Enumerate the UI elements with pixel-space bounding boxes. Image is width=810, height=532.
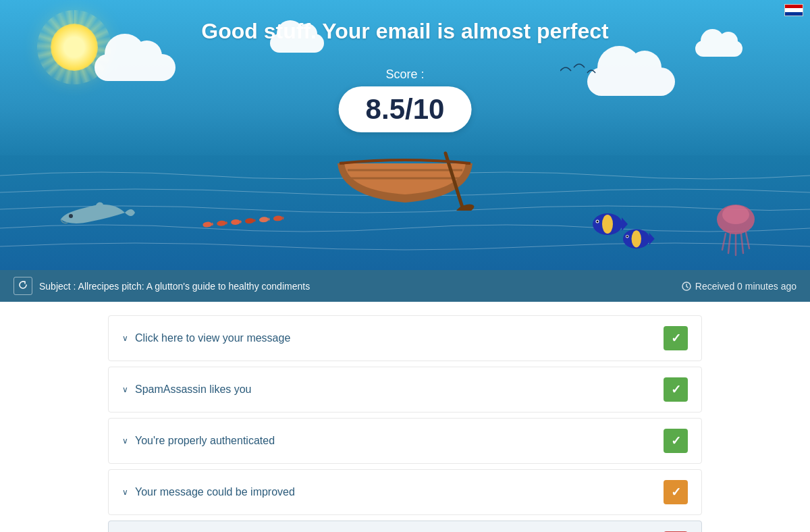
main-content: ∨ Click here to view your message ✓ ∨ Sp… — [0, 302, 810, 532]
result-row-label: ∨ SpamAssassin likes you — [122, 383, 252, 396]
svg-point-19 — [632, 230, 641, 247]
result-row-spam-assassin[interactable]: ∨ SpamAssassin likes you ✓ — [108, 367, 702, 413]
svg-marker-12 — [283, 216, 285, 220]
result-row-authenticated[interactable]: ∨ You're properly authenticated ✓ — [108, 418, 702, 464]
svg-point-9 — [259, 217, 269, 223]
chevron-icon: ∨ — [122, 385, 128, 394]
svg-point-14 — [602, 215, 613, 234]
result-row-blacklists[interactable]: › You're listed in 3 blacklists -1.5 — [108, 521, 702, 532]
svg-point-1 — [202, 221, 213, 228]
received-text: Received 0 minutes ago — [695, 281, 796, 292]
result-row-label: ∨ Your message could be improved — [122, 486, 295, 498]
svg-point-0 — [69, 214, 73, 218]
jellyfish — [716, 203, 756, 257]
subject-right: Received 0 minutes ago — [682, 281, 796, 292]
tropical-fish-2 — [621, 225, 655, 250]
svg-point-7 — [245, 218, 255, 224]
result-badge: ✓ — [664, 480, 688, 504]
svg-point-3 — [217, 220, 227, 226]
result-row-view-message[interactable]: ∨ Click here to view your message ✓ — [108, 315, 702, 361]
subject-left: Subject : Allrecipes pitch: A glutton's … — [14, 277, 310, 295]
boat — [327, 103, 483, 211]
svg-marker-10 — [269, 217, 271, 221]
result-badge: ✓ — [664, 377, 688, 402]
result-label: You're properly authenticated — [135, 435, 275, 447]
svg-point-22 — [626, 236, 628, 238]
result-label: Your message could be improved — [135, 486, 295, 498]
result-label: Click here to view your message — [135, 332, 290, 344]
results-list: ∨ Click here to view your message ✓ ∨ Sp… — [108, 315, 702, 532]
svg-point-11 — [273, 215, 284, 221]
chevron-icon: ∨ — [122, 334, 128, 343]
subject-bar: Subject : Allrecipes pitch: A glutton's … — [0, 270, 810, 302]
result-row-label: ∨ Click here to view your message — [122, 332, 290, 344]
svg-marker-6 — [240, 219, 242, 223]
svg-marker-4 — [226, 221, 228, 225]
svg-line-29 — [746, 232, 749, 248]
svg-point-24 — [722, 205, 749, 224]
svg-marker-20 — [649, 233, 655, 245]
cloud-4 — [695, 41, 742, 57]
hero-section: Good stuff. Your email is almost perfect… — [0, 0, 810, 270]
language-flag[interactable] — [784, 4, 803, 16]
score-label: Score : — [385, 68, 424, 82]
svg-marker-8 — [254, 218, 256, 222]
chevron-icon: ∨ — [122, 487, 128, 497]
cloud-2 — [270, 34, 324, 53]
cloud-1 — [94, 54, 176, 81]
subject-text: Subject : Allrecipes pitch: A glutton's … — [39, 281, 310, 292]
svg-point-17 — [597, 221, 599, 223]
svg-marker-2 — [212, 222, 214, 226]
svg-line-26 — [728, 234, 730, 253]
birds — [560, 61, 601, 81]
dolphin — [57, 189, 138, 233]
result-row-label: ∨ You're properly authenticated — [122, 435, 275, 447]
result-row-improve[interactable]: ∨ Your message could be improved ✓ — [108, 469, 702, 515]
svg-point-5 — [231, 219, 241, 225]
chevron-icon: ∨ — [122, 436, 128, 446]
result-badge: ✓ — [664, 429, 688, 453]
svg-point-33 — [455, 203, 475, 211]
svg-line-25 — [722, 234, 726, 250]
result-label: SpamAssassin likes you — [135, 383, 252, 396]
result-badge: ✓ — [664, 326, 688, 350]
refresh-button[interactable] — [14, 277, 32, 295]
svg-line-28 — [741, 234, 743, 253]
